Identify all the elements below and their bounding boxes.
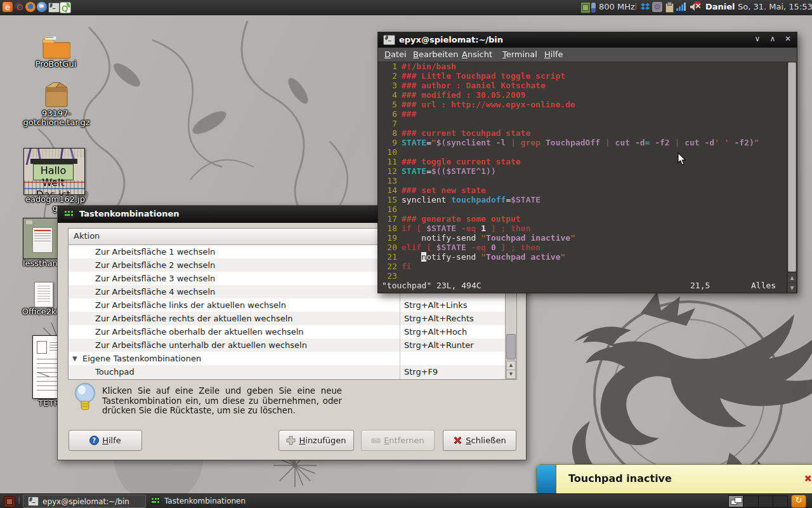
chat-globe-icon[interactable] <box>37 2 47 12</box>
vim-line-12: 12STATE=$(($STATE^1)) <box>378 166 787 176</box>
file-info: "touchpad" 23L, 494C <box>382 281 481 290</box>
vim-line-20: 20elif [ $STATE -eq 0 ] ; then <box>378 243 787 252</box>
add-label: Hinzufügen <box>299 436 346 445</box>
close-button[interactable]: Schließen <box>443 430 516 451</box>
scroll-down-button[interactable]: ▼ <box>506 370 516 379</box>
shortcut-label: Strg+Alt+Rechts <box>404 312 474 325</box>
vim-line-11: 11### toggle current state <box>378 157 787 166</box>
remove-button: Entfernen <box>361 430 435 451</box>
action-label: Touchpad <box>95 365 134 378</box>
terminal-icon: #_ <box>383 35 395 45</box>
icon-label: 93197-gotchione.tar.gz <box>13 109 100 127</box>
panel-separator: ⁞ <box>634 1 637 11</box>
vim-line-10: 10 <box>378 147 787 157</box>
terminal-titlebar[interactable]: #_ epyx@spielomat:~/bin ∨ ∧ ✕ <box>378 32 797 48</box>
notification-text: Touchpad inactive <box>568 472 672 485</box>
scrollbar-thumb[interactable] <box>506 334 516 359</box>
shortcut-category-row[interactable]: ▼Eigene Tastenkombinationen <box>69 352 506 365</box>
terminal-scroll-up[interactable]: ▲ <box>788 273 796 283</box>
vim-line-15: 15synclient touchpadoff=$STATE <box>378 195 787 204</box>
network-signal-icon[interactable] <box>676 2 686 12</box>
svg-text:?: ? <box>93 437 96 444</box>
shortcut-row[interactable]: Zur Arbeitsfläche unterhalb der aktuelle… <box>69 338 506 352</box>
terminal-scrollbar-thumb[interactable] <box>788 62 796 272</box>
user-menu[interactable]: Daniel <box>705 2 735 11</box>
shortcut-row[interactable]: Zur Arbeitsfläche rechts der aktuellen w… <box>69 312 506 325</box>
bottom-panel: ⁞ #_ epyx@spielomat:~/bin Tastenkombinat… <box>0 493 812 508</box>
menu-terminal[interactable]: Terminal <box>502 50 537 59</box>
shortcut-label: Strg+Alt+Hoch <box>404 325 467 338</box>
clock[interactable]: So, 31. Mai, 15:53 <box>738 2 812 11</box>
vim-line-22: 22fi <box>378 262 787 271</box>
archive-icon <box>41 79 72 109</box>
help-button[interactable]: ? Hilfe <box>69 430 142 451</box>
desktop-icon-archive[interactable]: 93197-gotchione.tar.gz <box>13 79 100 127</box>
plus-icon <box>286 436 296 445</box>
close-window-button[interactable]: ✕ <box>782 34 794 43</box>
workspace-4[interactable] <box>773 496 787 507</box>
help-label: Hilfe <box>102 436 121 445</box>
expander-triangle-icon[interactable]: ▼ <box>72 352 77 365</box>
desktop-screen: ProBotGui 93197-gotchione.tar.gz Hallo W… <box>0 0 812 508</box>
terminal-window: #_ epyx@spielomat:~/bin ∨ ∧ ✕ DateiBearb… <box>377 32 797 293</box>
menu-ansicht[interactable]: Ansicht <box>462 50 492 59</box>
terminal-title: epyx@spielomat:~/bin <box>399 35 503 44</box>
close-label: Schließen <box>466 436 506 445</box>
task-label: Tastenkombinationen <box>164 497 246 505</box>
shortcut-row[interactable]: TouchpadStrg+F9 <box>69 365 506 378</box>
terminal-scrollbar[interactable]: ▲ ▼ <box>787 62 797 293</box>
keyboard-icon <box>150 497 160 505</box>
workspace-1[interactable] <box>729 496 743 507</box>
gear-icon[interactable]: ⚙ <box>652 2 662 12</box>
taskbar-item-shortcuts[interactable]: Tastenkombinationen <box>146 495 275 507</box>
workspace-2[interactable] <box>743 496 758 507</box>
desktop-icon-eadogm162[interactable]: Hallo Welt Das ist Zeile 2 eadogm162.jpg <box>23 148 87 213</box>
minimize-button[interactable]: ∨ <box>751 34 764 43</box>
eraser-icon <box>371 436 381 445</box>
update-basket-icon[interactable]: ↻ <box>791 495 806 508</box>
terminal-text-area[interactable]: 1#!/bin/bash2### Little Touchpad toggle … <box>378 62 787 281</box>
dropbox-icon[interactable] <box>640 2 650 12</box>
close-x-icon <box>453 436 462 445</box>
green-leaf-app-icon[interactable]: Q <box>60 2 71 13</box>
lightbulb-icon <box>73 382 97 413</box>
vim-line-19: 19 notify-send "Touchpad inactive" <box>378 233 787 243</box>
scroll-indicator: Alles <box>751 281 776 290</box>
action-label: Zur Arbeitsfläche oberhalb der aktuellen… <box>95 325 304 338</box>
shortcut-label: Strg+Alt+Links <box>404 298 468 312</box>
taskbar-item-terminal[interactable]: #_ epyx@spielomat:~/bin <box>23 495 146 508</box>
firefox-icon[interactable] <box>25 2 36 12</box>
action-label: Zur Arbeitsfläche rechts der aktuellen w… <box>95 312 293 325</box>
vim-line-17: 17### generate some output <box>378 214 787 224</box>
desktop-icon-probotgui[interactable]: ProBotGui <box>18 34 94 69</box>
e-app-icon[interactable]: e <box>3 2 13 12</box>
terminal-scroll-down[interactable]: ▼ <box>788 283 796 293</box>
task-label: epyx@spielomat:~/bin <box>43 497 129 506</box>
opera-icon[interactable]: O <box>14 2 24 12</box>
workspace-3[interactable] <box>759 496 773 507</box>
volume-muted-icon[interactable]: ✕ <box>689 2 699 12</box>
cpu-chip-icon[interactable] <box>580 2 591 13</box>
show-desktop-icon[interactable] <box>4 496 15 507</box>
mouse-cursor <box>678 152 686 166</box>
menu-datei[interactable]: Datei <box>384 50 407 59</box>
menu-bearbeiten[interactable]: Bearbeiten <box>413 50 458 59</box>
clipboard-icon[interactable] <box>664 2 674 12</box>
action-label: Eigene Tastenkombinationen <box>82 352 201 365</box>
scroll-up-button[interactable]: ▲ <box>506 361 516 370</box>
terminal-launcher-icon[interactable]: #_ <box>48 3 60 13</box>
vim-line-21: 21 notify-send "Touchpad active" <box>378 252 787 262</box>
shortcut-label: Strg+F9 <box>404 365 438 378</box>
notification-close-icon[interactable]: ✖ <box>804 473 812 485</box>
shortcut-row[interactable]: Zur Arbeitsfläche links der aktuellen we… <box>69 298 506 312</box>
maximize-button[interactable]: ∧ <box>766 34 779 43</box>
terminal-menubar: DateiBearbeitenAnsichtTerminalHilfe <box>378 48 797 62</box>
vim-line-7: 7 <box>378 119 787 128</box>
menu-hilfe[interactable]: Hilfe <box>544 50 563 59</box>
shortcut-row[interactable]: Zur Arbeitsfläche oberhalb der aktuellen… <box>69 325 506 338</box>
action-label: Zur Arbeitsfläche unterhalb der aktuelle… <box>95 338 307 352</box>
add-button[interactable]: Hinzufügen <box>278 430 354 451</box>
cpu-frequency-label[interactable]: 800 MHz <box>599 2 635 11</box>
shortcut-label: Strg+Alt+Runter <box>404 338 473 352</box>
vim-cursor: n <box>421 252 426 262</box>
